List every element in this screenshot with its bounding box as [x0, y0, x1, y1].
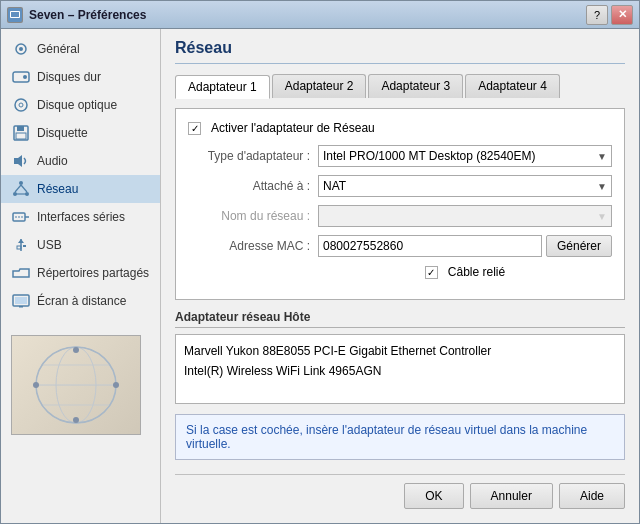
sidebar-item-general[interactable]: Général [1, 35, 160, 63]
floppy-icon [11, 124, 31, 142]
close-window-button[interactable]: ✕ [611, 5, 633, 25]
attached-to-control: NAT ▼ [318, 175, 612, 197]
host-adapter-item-2: Intel(R) Wireless WiFi Link 4965AGN [184, 361, 616, 381]
mac-address-input[interactable] [318, 235, 542, 257]
svg-point-6 [23, 75, 27, 79]
mac-address-row: Adresse MAC : Générer [188, 235, 612, 257]
sidebar-label-floppy: Disquette [37, 126, 88, 140]
help-window-button[interactable]: ? [586, 5, 608, 25]
sidebar-item-shared[interactable]: Répertoires partagés [1, 259, 160, 287]
generate-button[interactable]: Générer [546, 235, 612, 257]
tabs-container: Adaptateur 1 Adaptateur 2 Adaptateur 3 A… [175, 74, 625, 98]
title-bar-buttons: ? ✕ [586, 5, 633, 25]
attached-to-label: Attaché à : [188, 179, 318, 193]
sidebar-item-network[interactable]: Réseau [1, 175, 160, 203]
svg-point-8 [19, 103, 23, 107]
network-name-arrow: ▼ [597, 211, 607, 222]
sidebar-item-interfaces[interactable]: Interfaces séries [1, 203, 160, 231]
sidebar-label-shared: Répertoires partagés [37, 266, 149, 280]
main-window: Seven – Préférences ? ✕ Général [0, 0, 640, 524]
window-title: Seven – Préférences [29, 8, 586, 22]
network-icon [11, 180, 31, 198]
app-icon [7, 7, 23, 23]
adapter-type-label: Type d'adaptateur : [188, 149, 318, 163]
general-icon [11, 40, 31, 58]
tab-adapter1[interactable]: Adaptateur 1 [175, 75, 270, 99]
info-box: Si la case est cochée, insère l'adaptate… [175, 414, 625, 460]
main-panel: Réseau Adaptateur 1 Adaptateur 2 Adaptat… [161, 29, 639, 523]
interfaces-icon [11, 208, 31, 226]
cable-label: Câble relié [448, 265, 505, 279]
enable-adapter-row: ✓ Activer l'adaptateur de Réseau [188, 121, 612, 135]
optical-icon [11, 96, 31, 114]
svg-line-16 [15, 185, 21, 192]
network-name-select[interactable]: ▼ [318, 205, 612, 227]
cable-row: ✓ Câble relié [318, 265, 612, 279]
sidebar: Général Disques dur Disq [1, 29, 161, 523]
svg-marker-25 [18, 239, 24, 243]
sidebar-label-remote: Écran à distance [37, 294, 126, 308]
tab-adapter2[interactable]: Adaptateur 2 [272, 74, 367, 98]
sidebar-label-interfaces: Interfaces séries [37, 210, 125, 224]
svg-marker-12 [14, 155, 22, 167]
title-bar: Seven – Préférences ? ✕ [1, 1, 639, 29]
network-name-row: Nom du réseau : ▼ [188, 205, 612, 227]
svg-rect-27 [23, 245, 26, 247]
sidebar-label-usb: USB [37, 238, 62, 252]
sidebar-item-optical[interactable]: Disque optique [1, 91, 160, 119]
attached-to-row: Attaché à : NAT ▼ [188, 175, 612, 197]
audio-icon [11, 152, 31, 170]
adapter-type-select[interactable]: Intel PRO/1000 MT Desktop (82540EM) ▼ [318, 145, 612, 167]
cancel-button[interactable]: Annuler [470, 483, 553, 509]
svg-point-13 [19, 181, 23, 185]
adapter-type-row: Type d'adaptateur : Intel PRO/1000 MT De… [188, 145, 612, 167]
network-name-label: Nom du réseau : [188, 209, 318, 223]
svg-rect-29 [15, 297, 27, 304]
sidebar-label-optical: Disque optique [37, 98, 117, 112]
sidebar-label-network: Réseau [37, 182, 78, 196]
ok-button[interactable]: OK [404, 483, 463, 509]
sidebar-item-audio[interactable]: Audio [1, 147, 160, 175]
tab-adapter4[interactable]: Adaptateur 4 [465, 74, 560, 98]
mac-address-label: Adresse MAC : [188, 239, 318, 253]
host-adapter-box: Marvell Yukon 88E8055 PCI-E Gigabit Ethe… [175, 334, 625, 404]
svg-point-37 [73, 347, 79, 353]
network-name-control: ▼ [318, 205, 612, 227]
attached-to-select[interactable]: NAT ▼ [318, 175, 612, 197]
svg-line-17 [21, 185, 27, 192]
sidebar-item-remote[interactable]: Écran à distance [1, 287, 160, 315]
sidebar-item-usb[interactable]: USB [1, 231, 160, 259]
help-button[interactable]: Aide [559, 483, 625, 509]
sidebar-label-hard-disk: Disques dur [37, 70, 101, 84]
svg-point-7 [15, 99, 27, 111]
adapter-type-arrow: ▼ [597, 151, 607, 162]
tab-adapter3[interactable]: Adaptateur 3 [368, 74, 463, 98]
enable-adapter-checkbox[interactable]: ✓ [188, 122, 201, 135]
hard-disk-icon [11, 68, 31, 86]
svg-point-40 [33, 382, 39, 388]
enable-adapter-label: Activer l'adaptateur de Réseau [211, 121, 375, 135]
panel-title: Réseau [175, 39, 625, 64]
sidebar-item-floppy[interactable]: Disquette [1, 119, 160, 147]
mac-address-control: Générer [318, 235, 612, 257]
svg-point-39 [73, 417, 79, 423]
cable-checkbox[interactable]: ✓ [425, 266, 438, 279]
svg-rect-10 [17, 126, 24, 131]
svg-rect-2 [11, 12, 19, 17]
sidebar-label-audio: Audio [37, 154, 68, 168]
adapter-type-control: Intel PRO/1000 MT Desktop (82540EM) ▼ [318, 145, 612, 167]
sidebar-label-general: Général [37, 42, 80, 56]
usb-icon [11, 236, 31, 254]
tab-content: ✓ Activer l'adaptateur de Réseau Type d'… [175, 108, 625, 300]
footer-buttons: OK Annuler Aide [175, 474, 625, 513]
sidebar-decoration [1, 325, 160, 445]
content-area: Général Disques dur Disq [1, 29, 639, 523]
svg-point-4 [19, 47, 23, 51]
attached-to-arrow: ▼ [597, 181, 607, 192]
svg-point-38 [113, 382, 119, 388]
svg-rect-11 [16, 133, 26, 139]
svg-rect-30 [19, 306, 23, 308]
sidebar-item-hard-disk[interactable]: Disques dur [1, 63, 160, 91]
sidebar-image [11, 335, 141, 435]
remote-icon [11, 292, 31, 310]
